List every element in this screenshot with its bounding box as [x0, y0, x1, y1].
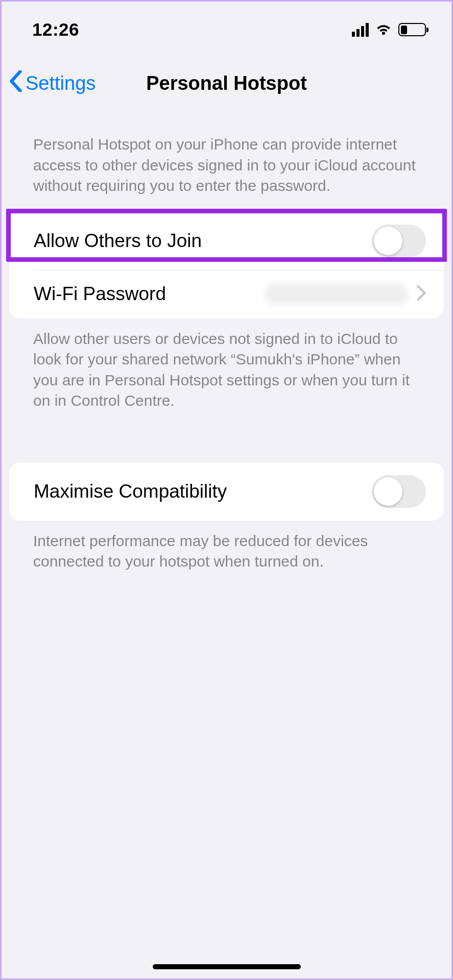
back-label: Settings — [26, 72, 96, 94]
settings-group-compatibility: Maximise Compatibility — [9, 462, 444, 521]
cellular-signal-icon — [352, 23, 369, 37]
status-bar: 12:26 — [2, 2, 451, 53]
row-maximise-compatibility[interactable]: Maximise Compatibility — [9, 462, 444, 521]
row-label: Allow Others to Join — [34, 230, 202, 252]
nav-bar: Settings Personal Hotspot — [2, 53, 451, 104]
section-header-description: Personal Hotspot on your iPhone can prov… — [2, 134, 451, 212]
section-footer-description: Internet performance may be reduced for … — [2, 521, 451, 572]
wifi-password-value-redacted — [265, 284, 408, 304]
row-wifi-password[interactable]: Wi-Fi Password — [9, 270, 444, 318]
row-allow-others-to-join[interactable]: Allow Others to Join — [9, 212, 444, 270]
wifi-icon — [375, 23, 392, 36]
status-time: 12:26 — [32, 19, 79, 40]
maximise-compatibility-toggle[interactable] — [372, 475, 426, 508]
settings-group-hotspot: Allow Others to Join Wi-Fi Password — [9, 212, 444, 318]
status-icons — [352, 23, 426, 37]
row-label: Wi-Fi Password — [34, 283, 166, 305]
row-label: Maximise Compatibility — [34, 481, 227, 502]
section-footer-description: Allow other users or devices not signed … — [2, 318, 451, 411]
home-indicator[interactable] — [153, 964, 301, 969]
battery-icon — [398, 23, 426, 36]
allow-others-toggle[interactable] — [372, 225, 426, 257]
chevron-right-icon — [417, 285, 426, 303]
page-title: Personal Hotspot — [146, 72, 307, 94]
chevron-left-icon — [9, 70, 22, 96]
back-button[interactable]: Settings — [9, 70, 96, 96]
